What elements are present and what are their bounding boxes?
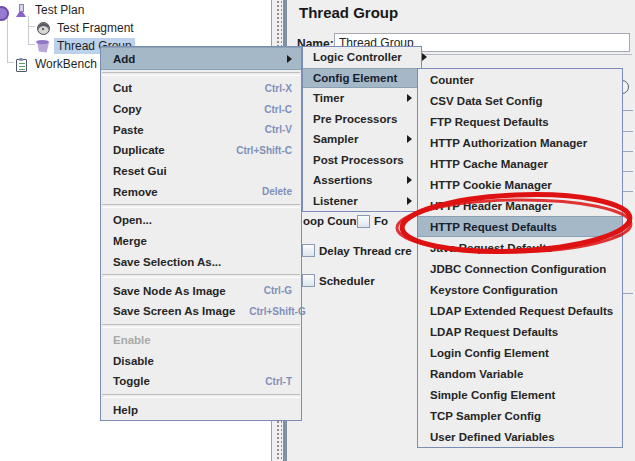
menu-item-java-request-defaults[interactable]: Java Request Defaults [418,237,622,258]
submenu-arrow-icon [407,197,412,205]
menu-item-random-variable[interactable]: Random Variable [418,363,622,384]
menu-item-duplicate[interactable]: Duplicate Ctrl+Shift-C [101,140,301,161]
submenu-arrow-icon [287,55,292,63]
menu-item-user-defined-variables[interactable]: User Defined Variables [418,426,622,447]
menu-item-http-cache-manager[interactable]: HTTP Cache Manager [418,153,622,174]
menu-item-help[interactable]: Help [101,400,301,421]
tree-item-test-fragment[interactable]: Test Fragment [0,19,271,37]
menu-item-paste[interactable]: Paste Ctrl-V [101,119,301,140]
menu-item-jdbc-connection-configuration[interactable]: JDBC Connection Configuration [418,258,622,279]
submenu-arrow-icon [407,94,412,102]
menu-item-http-request-defaults[interactable]: HTTP Request Defaults [418,216,622,237]
menu-item-open[interactable]: Open... [101,210,301,231]
menu-item-save-screen-as-image[interactable]: Save Screen As Image Ctrl+Shift-G [101,301,301,322]
menu-item-sampler[interactable]: Sampler [303,129,421,150]
menu-item-http-header-manager[interactable]: HTTP Header Manager [418,195,622,216]
menu-item-reset-gui[interactable]: Reset Gui [101,161,301,182]
menu-item-keystore-configuration[interactable]: Keystore Configuration [418,279,622,300]
menu-separator [102,72,300,76]
menu-item-logic-controller[interactable]: Logic Controller [303,47,421,68]
submenu-arrow-icon [407,176,412,184]
delay-thread-label: Delay Thread cre [319,245,412,257]
menu-item-csv-data-set-config[interactable]: CSV Data Set Config [418,90,622,111]
menu-item-ftp-request-defaults[interactable]: FTP Request Defaults [418,111,622,132]
forever-label: Fo [374,215,388,227]
menu-item-pre-processors[interactable]: Pre Processors [303,109,421,130]
menu-item-listener[interactable]: Listener [303,191,421,212]
menu-item-copy[interactable]: Copy Ctrl-C [101,99,301,120]
menu-item-http-cookie-manager[interactable]: HTTP Cookie Manager [418,174,622,195]
menu-item-timer[interactable]: Timer [303,88,421,109]
beaker-icon [35,38,52,55]
scheduler-label: Scheduler [319,275,375,287]
add-submenu: Logic Controller Config Element Timer Pr… [302,46,422,212]
menu-item-tcp-sampler-config[interactable]: TCP Sampler Config [418,405,622,426]
clipboard-icon [13,56,30,73]
menu-separator [102,324,300,328]
config-element-submenu: Counter CSV Data Set Config FTP Request … [417,68,623,448]
menu-item-merge[interactable]: Merge [101,231,301,252]
tree-item-test-plan[interactable]: Test Plan [0,1,271,19]
menu-item-counter[interactable]: Counter [418,69,622,90]
jmeter-window: Test Plan Test Fragment Thread Group Wor… [0,0,635,461]
menu-item-enable: Enable [101,330,301,351]
scheduler-checkbox[interactable] [302,274,315,287]
menu-item-save-node-as-image[interactable]: Save Node As Image Ctrl-G [101,280,301,301]
menu-item-login-config-element[interactable]: Login Config Element [418,342,622,363]
forever-checkbox[interactable] [357,215,370,228]
submenu-arrow-icon [407,135,412,143]
menu-separator [102,274,300,278]
menu-item-cut[interactable]: Cut Ctrl-X [101,78,301,99]
menu-separator [102,394,300,398]
menu-item-config-element[interactable]: Config Element [303,68,421,89]
flask-icon [13,2,30,19]
menu-item-save-selection-as[interactable]: Save Selection As... [101,252,301,273]
menu-item-http-authorization-manager[interactable]: HTTP Authorization Manager [418,132,622,153]
submenu-arrow-icon [422,53,427,61]
context-menu: Add Cut Ctrl-X Copy Ctrl-C Paste Ctrl-V … [100,46,302,421]
menu-item-ldap-request-defaults[interactable]: LDAP Request Defaults [418,321,622,342]
menu-item-add[interactable]: Add [101,47,301,70]
menu-item-assertions[interactable]: Assertions [303,170,421,191]
menu-item-remove[interactable]: Remove Delete [101,181,301,202]
menu-item-toggle[interactable]: Toggle Ctrl-T [101,371,301,392]
menu-item-simple-config-element[interactable]: Simple Config Element [418,384,622,405]
menu-separator [102,204,300,208]
delay-thread-checkbox[interactable] [302,244,315,257]
menu-item-post-processors[interactable]: Post Processors [303,150,421,171]
page-title: Thread Group [299,4,398,21]
menu-item-disable[interactable]: Disable [101,350,301,371]
loop-count-label: oop Count: [303,215,364,227]
menu-item-ldap-extended-request-defaults[interactable]: LDAP Extended Request Defaults [418,300,622,321]
clock-icon [35,20,52,37]
